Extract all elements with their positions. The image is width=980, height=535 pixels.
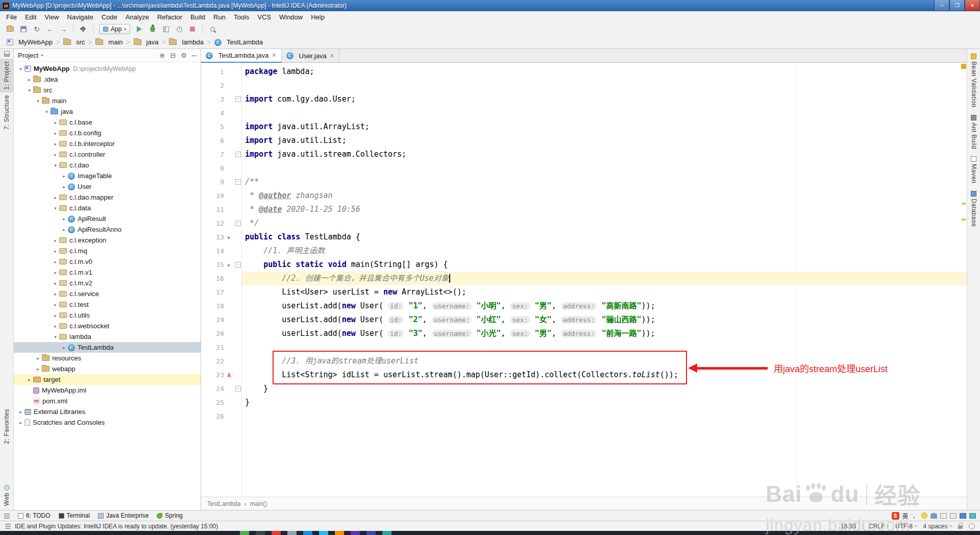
locate-file-icon[interactable]: ⊕ [159,52,165,59]
tree-node-c-l-base[interactable]: ▸c.l.base [14,117,201,128]
close-icon[interactable]: ✕ [330,53,334,59]
tree-node-c-l-dao-mapper[interactable]: ▸c.l.dao.mapper [14,192,201,203]
chevron-right-icon[interactable]: ▸ [60,216,68,222]
hide-panel-icon[interactable]: ─ [192,52,197,59]
tool-window-button-1-project[interactable]: 1: Project [0,59,13,92]
code-line-18[interactable]: userList.add(new User( id: "1", username… [242,299,967,313]
chevron-right-icon[interactable]: ▸ [26,377,33,382]
close-button[interactable]: ✕ [965,0,980,11]
menu-item-analyze[interactable]: Analyze [121,11,153,22]
gutter-row-25[interactable]: 25 [201,396,241,409]
tree-node-resources[interactable]: ▸resources [14,353,201,363]
ime-skin-icon[interactable] [969,513,976,519]
warning-stripe-mark[interactable] [962,203,966,205]
code-line-12[interactable]: */ [242,216,967,230]
chevron-down-icon[interactable]: ▾ [17,66,24,71]
chevron-right-icon[interactable]: ▸ [52,238,59,243]
tree-node-java[interactable]: ▾java [14,106,201,117]
code-line-7[interactable]: import java.util.stream.Collectors; [242,148,967,161]
code-line-2[interactable] [242,79,967,92]
breadcrumb-mywebapp[interactable]: MyWebApp [5,38,54,46]
chevron-right-icon[interactable]: ▸ [52,152,59,157]
tree-node-c-l-m-v0[interactable]: ▸c.l.m.v0 [14,256,201,267]
tool-window-button-6-todo[interactable]: 6: TODO [18,512,51,519]
tree-node-src[interactable]: ▾src [14,85,201,95]
code-line-11[interactable]: * @date 2020-11-25 10:56 [242,203,967,216]
menu-item-file[interactable]: File [2,11,21,22]
save-all-icon[interactable] [17,23,30,35]
tree-node-c-l-controller[interactable]: ▸c.l.controller [14,149,201,160]
breadcrumb-lambda[interactable]: lambda [167,38,205,46]
run-configuration-select[interactable]: App▾ [99,24,130,34]
breadcrumb-main[interactable]: main [94,38,124,46]
menu-item-tools[interactable]: Tools [230,11,253,22]
emoji-icon[interactable] [921,513,927,519]
chevron-right-icon[interactable]: ▸ [52,120,59,125]
tree-node-c-l-websocket[interactable]: ▸c.l.websocket [14,321,201,331]
open-file-icon[interactable] [4,23,16,35]
gutter-row-26[interactable]: 26 [201,409,241,423]
tree-node-c-l-m-v1[interactable]: ▸c.l.m.v1 [14,267,201,278]
warning-stripe-mark[interactable] [962,218,966,221]
tool-window-button-maven[interactable]: Maven [967,152,980,186]
gutter-row-23[interactable]: 23A [201,368,241,382]
chevron-down-icon[interactable]: ▾ [34,99,42,104]
menu-item-code[interactable]: Code [97,11,121,22]
taskbar-app-2-icon[interactable] [256,531,265,535]
chevron-right-icon[interactable]: ▸ [52,302,59,307]
close-icon[interactable]: ✕ [272,52,276,59]
status-grid-icon[interactable] [5,523,11,529]
tree-node-c-l-b-interceptor[interactable]: ▸c.l.b.interceptor [14,138,201,149]
status-widget-4-spaces[interactable]: 4 spaces÷ [923,523,952,530]
tree-node-idea[interactable]: ▸.idea [14,74,201,85]
gutter-row-21[interactable]: 21 [201,341,241,354]
chevron-down-icon[interactable]: ▾ [41,53,43,58]
chevron-right-icon[interactable]: ▸ [52,324,59,329]
tree-node-c-l-m-v2[interactable]: ▸c.l.m.v2 [14,278,201,288]
chevron-right-icon[interactable]: ▸ [34,367,42,372]
chevron-right-icon[interactable]: ▸ [52,281,59,286]
synchronize-icon[interactable]: ↻ [31,23,43,35]
tree-node-c-l-data[interactable]: ▾c.l.data [14,203,201,213]
code-line-20[interactable]: userList.add(new User( id: "3", username… [242,327,967,341]
code-line-3[interactable]: import com.lgy.dao.User; [242,92,967,106]
taskbar-app-7-icon[interactable] [335,531,344,535]
taskbar-app-6-icon[interactable] [319,531,328,535]
gutter-row-20[interactable]: 20 [201,327,241,341]
tree-node-apiresultanno[interactable]: ▸CApiResultAnno [14,224,201,235]
settings-gear-icon[interactable]: ⚙ [181,52,187,59]
tree-node-c-l-exception[interactable]: ▸c.l.exception [14,235,201,246]
menu-item-vcs[interactable]: VCS [253,11,275,22]
editor-breadcrumb-testlambda[interactable]: TestLambda [207,500,240,507]
fold-icon[interactable] [234,152,241,157]
maximize-button[interactable]: ❐ [949,0,965,11]
gutter-row-18[interactable]: 18 [201,299,241,313]
chevron-right-icon[interactable]: ▸ [52,313,59,318]
chevron-right-icon[interactable]: ▸ [60,174,68,179]
tree-node-main[interactable]: ▾main [14,95,201,106]
tree-node-c-l-test[interactable]: ▸c.l.test [14,299,201,310]
chevron-right-icon[interactable]: ▸ [60,184,68,189]
run-icon[interactable] [133,23,145,35]
gutter-row-19[interactable]: 19 [201,313,241,327]
tool-window-button-database[interactable]: Database [967,186,980,229]
tool-window-button-terminal[interactable]: Terminal [59,512,90,519]
gutter-row-5[interactable]: 5 [201,120,241,134]
code-line-1[interactable]: package lambda; [242,65,967,79]
debug-icon[interactable] [146,23,159,35]
build-project-icon[interactable] [77,23,89,35]
back-icon[interactable]: ← [44,23,56,35]
gutter-row-6[interactable]: 6 [201,134,241,148]
code-line-14[interactable]: //1. 声明主函数 [242,244,967,258]
ime-toolbox-icon[interactable] [960,513,966,519]
editor-breadcrumb-main[interactable]: main() [250,500,267,507]
gutter-row-9[interactable]: 9 [201,175,241,189]
editor-tab-user-java[interactable]: CUser.java✕ [282,49,339,62]
chevron-right-icon[interactable]: ▸ [60,227,68,232]
tool-window-button-spring[interactable]: Spring [157,512,183,519]
tree-node-external-libraries[interactable]: ▸External Libraries [14,406,201,417]
code-line-17[interactable]: List<User> userList = new ArrayList<>(); [242,285,967,299]
taskbar-app-9-icon[interactable] [366,531,376,535]
tool-window-button-java-enterprise[interactable]: Java Enterprise [98,512,149,519]
menu-item-navigate[interactable]: Navigate [63,11,97,22]
